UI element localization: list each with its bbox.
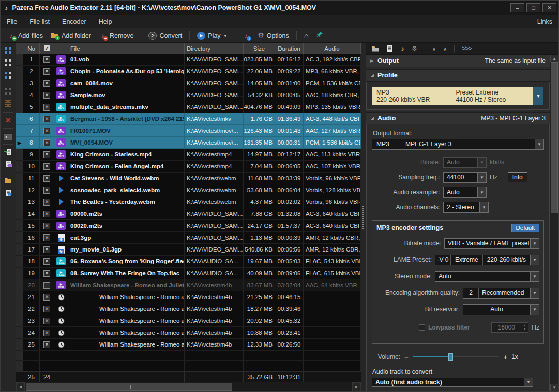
open-folder-button[interactable] [2, 175, 14, 187]
list-properties-button[interactable] [2, 159, 14, 171]
expand-all-icon[interactable]: >>> [462, 45, 471, 52]
profile-combobox[interactable]: MP3 220-260 kbit/s VBR Preset Extreme 44… [372, 87, 544, 105]
row-checkbox[interactable] [43, 282, 50, 289]
output-section-header[interactable]: ▶ Output The same as input file [366, 55, 550, 67]
header-directory[interactable]: Directory [185, 43, 244, 54]
volume-plus-icon[interactable]: + [504, 353, 508, 361]
scroll-right-arrow-icon[interactable]: ► [352, 382, 361, 391]
bit-reservoir-select[interactable]: Auto▼ [463, 304, 539, 315]
row-checkbox[interactable]: ✕ [43, 341, 50, 348]
table-row[interactable]: 13✕The Beatles - Yesterday.webmK:\AV\vct… [16, 196, 361, 208]
volume-slider[interactable] [413, 356, 500, 358]
options-button[interactable]: ⚙Options [255, 30, 291, 40]
row-checkbox[interactable]: ✕ [43, 163, 50, 170]
default-button[interactable]: Default [511, 224, 539, 232]
row-checkbox-cell[interactable]: ✕ [40, 327, 54, 339]
encoding-quality-select[interactable]: 2 Recommended ▼ [463, 288, 539, 299]
row-checkbox[interactable]: ✕ [43, 80, 50, 87]
row-checkbox-cell[interactable]: ✕ [40, 161, 54, 173]
row-checkbox[interactable]: ✕ [43, 116, 50, 122]
chevron-down-icon[interactable]: ▼ [533, 87, 543, 105]
table-row[interactable]: ▶8✕▶MOVMVI_0054.MOVK:\AV\vctest\mov\...1… [16, 137, 361, 149]
table-row[interactable]: 23✕William Shakespeare - Romeo and Juli.… [16, 315, 361, 327]
check-dim-button[interactable] [2, 86, 14, 98]
add-folder-button[interactable]: +Add folder [48, 30, 93, 41]
row-checkbox[interactable]: ✕ [43, 330, 50, 336]
table-row[interactable]: 11✕Cat Stevens - Wild World.webmK:\AV\vc… [16, 173, 361, 184]
channels-select[interactable]: 2 - Stereo▼ [443, 202, 489, 213]
row-checkbox-cell[interactable]: ✕ [40, 77, 54, 89]
table-row[interactable]: 12✕sosnowiec_park_sielecki.webmK:\AV\vct… [16, 184, 361, 196]
home-button[interactable]: ⌂ [302, 30, 311, 41]
table-row[interactable]: 15✕▶M2T00020.m2tsK:\AV\VIDEO_SAM...24.17… [16, 220, 361, 232]
lowpass-filter-checkbox[interactable] [419, 324, 425, 331]
row-checkbox[interactable]: ✕ [43, 56, 50, 63]
header-duration[interactable]: Duration [275, 43, 304, 54]
file-info-button[interactable]: ♪i [239, 30, 252, 41]
row-checkbox[interactable]: ✕ [43, 258, 50, 265]
row-checkbox-cell[interactable]: ✕ [40, 101, 54, 113]
table-row[interactable]: 9✕▶MP4King Crimson - Starless.mp4K:\AV\v… [16, 149, 361, 161]
row-checkbox-cell[interactable]: ✕ [40, 315, 54, 327]
close-button[interactable]: ✕ [542, 3, 556, 12]
profile-section-header[interactable]: ◢ Profile [366, 69, 550, 82]
document-icon[interactable] [386, 45, 394, 52]
row-checkbox-cell[interactable]: ✕ [40, 244, 54, 256]
table-row[interactable]: 20▶M4BWilliam Shakespeare - Romeo and Ju… [16, 279, 361, 291]
table-row[interactable]: 6✕▶MKVBergman - 1958 - Ansiktet [DVD x26… [16, 113, 361, 125]
row-checkbox[interactable]: ✕ [43, 270, 50, 277]
vscroll-thumb[interactable] [551, 62, 558, 213]
table-row[interactable]: 18✕▶FLAC06. Roxana's Song from 'King Rog… [16, 256, 361, 268]
scroll-left-arrow-icon[interactable]: ◄ [16, 382, 25, 391]
table-row[interactable]: 25✕William Shakespeare - Romeo and Juli.… [16, 339, 361, 351]
panel-splitter[interactable] [361, 43, 366, 391]
file-properties-button[interactable]: i [2, 187, 14, 199]
invert-selection-button[interactable] [2, 70, 14, 82]
menu-links[interactable]: Links [537, 18, 552, 25]
table-row[interactable]: 3✕▶MOVcam_0084.movK:\AV\VIDEO_SAM...14.0… [16, 77, 361, 89]
header-no[interactable]: No [23, 43, 40, 54]
volume-minus-icon[interactable]: − [404, 353, 409, 361]
table-row[interactable]: 17✕Gmy_movie_01.3gpK:\AV\VIDEO_SAM...540… [16, 244, 361, 256]
row-checkbox-cell[interactable]: ✕ [40, 220, 54, 232]
row-checkbox-cell[interactable] [40, 279, 54, 291]
uncheck-all-button[interactable] [2, 57, 14, 70]
row-checkbox[interactable]: ✕ [43, 199, 50, 206]
audio-track-select[interactable]: Auto (first audio track)▼ [372, 378, 533, 387]
table-row[interactable]: 5✕▶MKVmultiple_data_streams.mkvK:\AV\VID… [16, 101, 361, 113]
lame-preset-select[interactable]: -V 0 Extreme 220-260 kbit/s ▼ [435, 255, 539, 265]
row-checkbox[interactable]: ✕ [43, 92, 50, 99]
row-checkbox[interactable]: ✕ [43, 175, 50, 182]
sampling-freq-select[interactable]: 44100▼ [443, 172, 487, 183]
header-size[interactable]: Size [244, 43, 275, 54]
row-checkbox-cell[interactable]: ✕ [40, 291, 54, 303]
check-all-checkbox[interactable]: ✓ [43, 45, 50, 52]
table-row[interactable]: 16✕Gcat.3gpK:\AV\VIDEO_SAM...1.13 MB00:0… [16, 232, 361, 244]
table-row[interactable]: 4✕▶MOVSample.movK:\AV\VIDEO_SAM...54.32 … [16, 89, 361, 101]
folder-icon[interactable] [371, 45, 379, 52]
row-checkbox[interactable]: ✕ [43, 211, 50, 217]
table-row[interactable]: 14✕▶M2T00000.m2tsK:\AV\VIDEO_SAM...7.88 … [16, 208, 361, 220]
resampler-select[interactable]: Auto▼ [443, 187, 487, 198]
row-checkbox-cell[interactable]: ✕ [40, 256, 54, 268]
chevron-down-icon[interactable]: ▼ [530, 305, 539, 315]
remove-all-button[interactable]: ✕ [2, 114, 14, 127]
row-checkbox-cell[interactable]: ✕ [40, 149, 54, 161]
menu-file-list[interactable]: File list [29, 18, 50, 25]
menu-help[interactable]: Help [99, 18, 112, 25]
import-list-button[interactable] [2, 146, 14, 159]
row-checkbox-cell[interactable]: ✕ [40, 125, 54, 137]
hscroll-track[interactable] [25, 382, 352, 391]
row-checkbox-cell[interactable]: ✕ [40, 232, 54, 244]
row-checkbox-cell[interactable]: ✕ [40, 89, 54, 101]
row-checkbox[interactable]: ✕ [43, 104, 50, 111]
row-checkbox-cell[interactable]: ✕ [40, 113, 54, 125]
row-checkbox[interactable]: ✕ [43, 234, 50, 241]
row-checkbox[interactable]: ✕ [43, 151, 50, 158]
orange-squares-button[interactable] [2, 98, 14, 111]
minimize-button[interactable]: – [510, 3, 524, 12]
menu-file[interactable]: File [7, 18, 17, 25]
hscroll-thumb[interactable] [26, 383, 232, 391]
chevron-down-icon[interactable]: ▼ [530, 255, 539, 265]
table-row[interactable]: 24✕William Shakespeare - Romeo and Juli.… [16, 327, 361, 339]
